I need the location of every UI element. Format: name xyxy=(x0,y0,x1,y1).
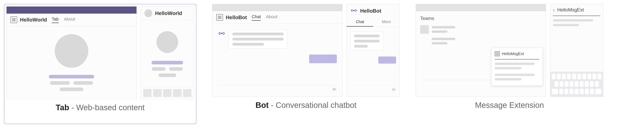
list-item[interactable] xyxy=(420,25,542,34)
incoming-bubble xyxy=(228,30,288,48)
key[interactable] xyxy=(580,81,584,87)
placeholder-avatar-icon xyxy=(156,31,178,53)
list-item[interactable] xyxy=(420,38,542,44)
placeholder-line xyxy=(354,40,380,42)
mobile-title: HelloMsgExt xyxy=(557,7,584,13)
key[interactable] xyxy=(559,89,563,94)
key[interactable] xyxy=(557,74,561,80)
placeholder-line xyxy=(495,62,535,65)
caption-tab: Tab - Web-based content xyxy=(56,103,144,112)
msgext-mobile-window: ‹ HelloMsgExt xyxy=(550,4,603,97)
placeholder-line xyxy=(432,42,448,44)
tab-bar: Tab About xyxy=(52,16,75,23)
send-icon[interactable] xyxy=(332,87,337,93)
mtab-chat[interactable]: Chat xyxy=(347,18,373,27)
key[interactable] xyxy=(570,89,574,94)
placeholder-line xyxy=(432,30,448,33)
mobile-tab-bar: Chat More xyxy=(347,18,400,27)
key[interactable] xyxy=(598,74,602,80)
key[interactable] xyxy=(580,89,584,94)
key[interactable] xyxy=(560,81,564,87)
key[interactable] xyxy=(564,81,568,87)
key[interactable] xyxy=(554,81,558,87)
tab-bar: Chat About xyxy=(252,14,277,21)
placeholder-line xyxy=(354,34,380,37)
key[interactable] xyxy=(567,74,571,80)
nav-item[interactable] xyxy=(183,89,192,97)
titlebar xyxy=(416,4,546,11)
app-icon xyxy=(216,14,223,21)
placeholder-line xyxy=(553,24,579,26)
key[interactable] xyxy=(570,81,574,87)
svg-rect-14 xyxy=(496,54,497,55)
mobile-header: HelloWorld xyxy=(141,6,194,20)
msgext-popup: HelloMsgExt xyxy=(491,48,543,86)
key-backspace[interactable] xyxy=(595,89,602,94)
svg-rect-7 xyxy=(220,18,221,19)
app-name: HelloBot xyxy=(226,14,247,20)
key[interactable] xyxy=(572,74,576,80)
msgext-previews-row: Teams xyxy=(416,4,603,97)
group-tab: HelloWorld Tab About xyxy=(4,4,196,124)
placeholder-lines xyxy=(49,75,94,91)
tab-about[interactable]: About xyxy=(64,16,75,23)
mobile-app-name: HelloWorld xyxy=(155,10,182,16)
nav-item[interactable] xyxy=(143,89,152,97)
compose-bar[interactable] xyxy=(350,85,396,96)
key[interactable] xyxy=(592,74,596,80)
key[interactable] xyxy=(595,81,599,87)
key[interactable] xyxy=(590,81,594,87)
compose-bar[interactable] xyxy=(218,85,337,96)
tab-header: HelloWorld Tab About xyxy=(6,14,136,26)
key[interactable] xyxy=(562,74,566,80)
placeholder-line xyxy=(432,38,455,40)
tab-desktop-window: HelloWorld Tab About xyxy=(6,6,137,99)
placeholder-avatar-icon xyxy=(55,34,88,68)
nav-item[interactable] xyxy=(173,89,181,97)
svg-rect-4 xyxy=(218,16,220,17)
placeholder-bar xyxy=(158,74,176,77)
nav-item[interactable] xyxy=(163,89,172,97)
mtab-more[interactable]: More xyxy=(373,18,400,27)
key[interactable] xyxy=(588,74,592,80)
placeholder-line xyxy=(495,67,522,69)
tab-active[interactable]: Tab xyxy=(52,16,59,23)
placeholder-two-bars xyxy=(50,81,93,85)
caption-bold: Tab xyxy=(56,103,69,112)
bot-avatar-icon xyxy=(218,30,226,37)
key[interactable] xyxy=(564,89,568,94)
mobile-results xyxy=(550,19,603,72)
titlebar xyxy=(212,4,342,11)
svg-rect-2 xyxy=(12,20,14,21)
key-shift[interactable] xyxy=(552,89,558,94)
key[interactable] xyxy=(575,89,578,94)
mobile-keyboard[interactable] xyxy=(550,72,603,96)
svg-point-8 xyxy=(221,33,221,34)
titlebar xyxy=(6,6,136,14)
caption-rest: - Web-based content xyxy=(69,103,144,112)
outgoing-bubble xyxy=(378,56,396,64)
svg-rect-12 xyxy=(496,52,497,54)
placeholder-two-bars xyxy=(152,67,183,71)
bot-mobile-window: HelloBot Chat More xyxy=(346,4,400,97)
key[interactable] xyxy=(575,81,578,87)
nav-item[interactable] xyxy=(153,89,162,97)
back-icon[interactable]: ‹ xyxy=(553,6,555,13)
key[interactable] xyxy=(582,74,586,80)
key[interactable] xyxy=(590,89,594,94)
chat-area xyxy=(212,24,342,85)
key[interactable] xyxy=(577,74,581,80)
key[interactable] xyxy=(585,89,589,94)
incoming-bubble xyxy=(350,32,384,50)
svg-point-11 xyxy=(354,10,355,11)
placeholder-bar xyxy=(73,81,93,85)
send-icon[interactable] xyxy=(392,88,396,93)
tab-chat[interactable]: Chat xyxy=(252,14,261,21)
svg-rect-6 xyxy=(218,18,220,19)
app-icon xyxy=(495,51,500,56)
placeholder-line xyxy=(232,32,284,35)
key[interactable] xyxy=(552,74,556,80)
kbd-row xyxy=(552,81,602,87)
tab-about[interactable]: About xyxy=(266,14,277,21)
key[interactable] xyxy=(585,81,589,87)
